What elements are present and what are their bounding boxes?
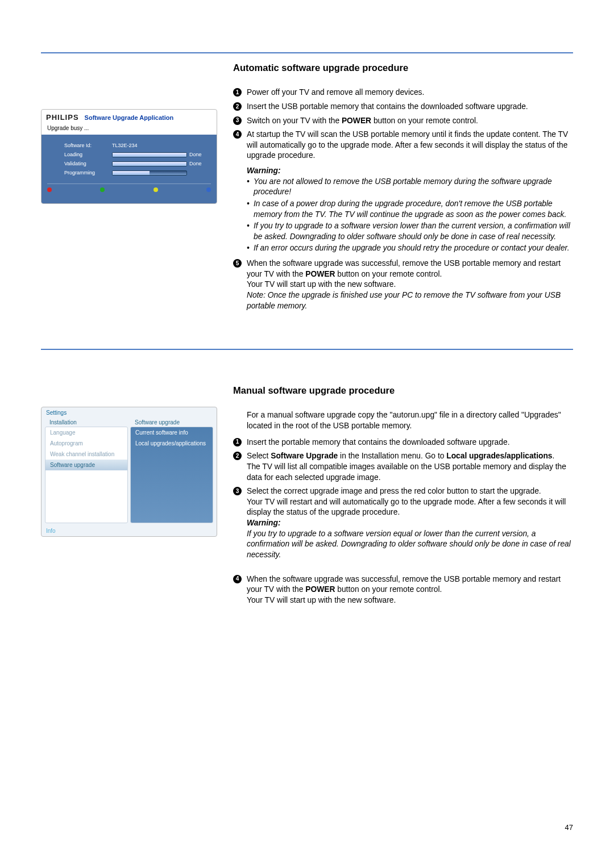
warning-4: If an error occurs during the upgrade yo… bbox=[247, 243, 573, 254]
upgrade-app-header: PHILIPS Software Upgrade Application bbox=[42, 110, 217, 125]
local-upgrades-bold: Local upgrades/applications bbox=[446, 452, 552, 460]
power-bold: POWER bbox=[305, 270, 335, 278]
philips-logo: PHILIPS bbox=[46, 113, 79, 122]
step-bullet-icon: 2 bbox=[233, 452, 242, 460]
auto-step-5-note: Note: Once the upgrade is finished use y… bbox=[247, 291, 561, 310]
manual-step-3: 3 Select the correct upgrade image and p… bbox=[233, 486, 573, 560]
auto-step-2: 2 Insert the USB portable memory that co… bbox=[233, 102, 573, 112]
upgrade-app-illustration: PHILIPS Software Upgrade Application Upg… bbox=[41, 109, 217, 204]
yellow-dot-icon bbox=[154, 187, 158, 192]
section-manual: Settings Installation Language Autoprogr… bbox=[41, 384, 573, 609]
settings-columns: Installation Language Autoprogram Weak c… bbox=[42, 418, 217, 525]
illustration-col-2: Settings Installation Language Autoprogr… bbox=[41, 384, 217, 609]
validating-done: Done bbox=[189, 161, 211, 166]
warning-title-1: Warning: bbox=[247, 166, 573, 177]
validating-row: Validating Done bbox=[47, 161, 211, 166]
green-dot-icon bbox=[100, 187, 105, 192]
step-bullet-icon: 5 bbox=[233, 259, 242, 268]
software-upgrade-bold: Software Upgrade bbox=[271, 452, 338, 460]
software-id-label: Software Id: bbox=[64, 143, 110, 148]
auto-step-3: 3 Switch on your TV with the POWER butto… bbox=[233, 116, 573, 127]
manual-step-2-text: Select Software Upgrade in the Installat… bbox=[247, 452, 554, 460]
manual-step-1-text: Insert the portable memory that contains… bbox=[247, 438, 509, 446]
warning-2: In case of a power drop during the upgra… bbox=[247, 199, 573, 220]
manual-steps: 1 Insert the portable memory that contai… bbox=[233, 437, 573, 561]
software-id-value: TL32E-234 bbox=[112, 143, 211, 148]
manual-intro: For a manual software upgrade copy the "… bbox=[233, 410, 573, 431]
software-id-row: Software Id: TL32E-234 bbox=[47, 143, 211, 148]
auto-step-5: 5 When the software upgrade was successf… bbox=[233, 258, 573, 311]
manual-step-3-text: Select the correct upgrade image and pre… bbox=[247, 487, 541, 495]
step-bullet-icon: 1 bbox=[233, 88, 242, 97]
upgrade-app-footer bbox=[47, 183, 211, 192]
auto-step-4: 4 At startup the TV will scan the USB po… bbox=[233, 130, 573, 161]
settings-right-wrap: Software upgrade Current software info L… bbox=[130, 418, 213, 523]
power-bold: POWER bbox=[342, 116, 371, 125]
auto-steps-cont: 5 When the software upgrade was successf… bbox=[233, 258, 573, 311]
manual-step-4-text: When the software upgrade was successful… bbox=[247, 575, 561, 594]
step-bullet-icon: 1 bbox=[233, 438, 242, 446]
step-bullet-icon: 3 bbox=[233, 116, 242, 125]
upgrade-app-title: Software Upgrade Application bbox=[85, 114, 174, 121]
programming-bar bbox=[112, 170, 187, 176]
warning-3: If you try to upgrade to a software vers… bbox=[247, 221, 573, 242]
warning-title-2: Warning: bbox=[247, 519, 281, 527]
page-number: 47 bbox=[565, 823, 573, 832]
settings-app-illustration: Settings Installation Language Autoprogr… bbox=[41, 407, 217, 537]
top-divider bbox=[41, 52, 573, 53]
programming-label: Programming bbox=[64, 170, 110, 176]
illustration-col-1: PHILIPS Software Upgrade Application Upg… bbox=[41, 61, 217, 315]
red-dot-icon bbox=[47, 187, 52, 192]
auto-step-1-text: Power off your TV and remove all memory … bbox=[247, 88, 424, 97]
section2-title: Manual software upgrade procedure bbox=[233, 384, 573, 397]
manual-step-1: 1 Insert the portable memory that contai… bbox=[233, 437, 573, 448]
auto-steps: 1 Power off your TV and remove all memor… bbox=[233, 87, 573, 161]
settings-left-wrap: Installation Language Autoprogram Weak c… bbox=[45, 418, 128, 523]
settings-right-header: Software upgrade bbox=[130, 418, 213, 427]
manual-steps-cont: 4 When the software upgrade was successf… bbox=[233, 574, 573, 606]
auto-step-4-text: At startup the TV will scan the USB port… bbox=[247, 130, 568, 160]
warning-body-2: If you try to upgrade to a software vers… bbox=[247, 529, 571, 559]
warning-list-1: You are not allowed to remove the USB po… bbox=[247, 177, 573, 254]
text-col-1: Automatic software upgrade procedure 1 P… bbox=[233, 61, 573, 315]
section1-title: Automatic software upgrade procedure bbox=[233, 61, 573, 74]
settings-right-pane: Current software info Local upgrades/app… bbox=[130, 427, 213, 523]
upgrade-app-status: Upgrade busy ... bbox=[42, 125, 217, 135]
warning-1: You are not allowed to remove the USB po… bbox=[247, 177, 573, 198]
mid-divider bbox=[41, 349, 573, 350]
settings-item-current-info: Current software info bbox=[131, 427, 213, 438]
settings-item-autoprogram: Autoprogram bbox=[45, 438, 127, 449]
auto-step-1: 1 Power off your TV and remove all memor… bbox=[233, 87, 573, 98]
auto-step-5-text: When the software upgrade was successful… bbox=[247, 259, 561, 278]
settings-item-software-upgrade: Software upgrade bbox=[45, 460, 127, 470]
section-automatic: PHILIPS Software Upgrade Application Upg… bbox=[41, 61, 573, 315]
validating-label: Validating bbox=[64, 161, 110, 166]
step-bullet-icon: 2 bbox=[233, 102, 242, 111]
step-bullet-icon: 3 bbox=[233, 487, 242, 495]
power-bold: POWER bbox=[305, 585, 335, 594]
settings-item-language: Language bbox=[45, 427, 127, 438]
settings-left-pane: Language Autoprogram Weak channel instal… bbox=[45, 427, 128, 523]
manual-step-2: 2 Select Software Upgrade in the Install… bbox=[233, 451, 573, 483]
step-bullet-icon: 4 bbox=[233, 575, 242, 583]
blue-dot-icon bbox=[206, 187, 211, 192]
upgrade-app-body: Software Id: TL32E-234 Loading Done Vali… bbox=[42, 135, 217, 203]
warning-block-1: Warning: You are not allowed to remove t… bbox=[233, 166, 573, 254]
loading-label: Loading bbox=[64, 152, 110, 157]
programming-row: Programming bbox=[47, 170, 211, 176]
auto-step-2-text: Insert the USB portable memory that cont… bbox=[247, 102, 528, 111]
settings-item-local-upgrades: Local upgrades/applications bbox=[131, 438, 213, 449]
manual-step-4-body: Your TV will start up with the new softw… bbox=[247, 596, 396, 604]
validating-bar bbox=[112, 161, 187, 166]
manual-step-2-body: The TV will list all compatible images a… bbox=[247, 462, 566, 482]
page-content: PHILIPS Software Upgrade Application Upg… bbox=[41, 61, 573, 643]
settings-item-weak-channel: Weak channel installation bbox=[45, 449, 127, 460]
manual-step-3-body: Your TV will restart and will automatica… bbox=[247, 498, 566, 517]
loading-bar bbox=[112, 152, 187, 157]
manual-step-4: 4 When the software upgrade was successf… bbox=[233, 574, 573, 606]
settings-left-header: Installation bbox=[45, 418, 128, 427]
text-col-2: Manual software upgrade procedure For a … bbox=[233, 384, 573, 609]
auto-step-5-extra: Your TV will start up with the new softw… bbox=[247, 280, 396, 289]
loading-row: Loading Done bbox=[47, 152, 211, 157]
loading-done: Done bbox=[189, 152, 211, 157]
